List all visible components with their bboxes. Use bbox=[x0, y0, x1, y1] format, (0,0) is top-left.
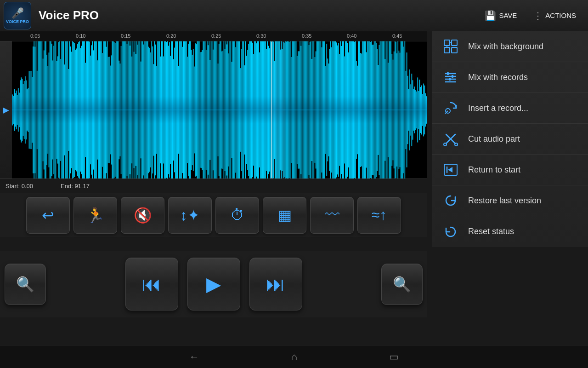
start-value: 0.00 bbox=[22, 183, 33, 190]
pitch-icon: ↕✦ bbox=[180, 207, 200, 224]
prev-icon: ⏮ bbox=[142, 273, 161, 295]
zoom-in-icon: 🔍 bbox=[393, 276, 411, 293]
waveform-container[interactable]: 0:05 0:10 0:15 0:20 0:25 0:30 0:35 0:40 … bbox=[0, 31, 427, 178]
menu-item-mix-records[interactable]: Mix with records bbox=[432, 62, 588, 93]
home-button[interactable]: ⌂ bbox=[291, 351, 297, 363]
start-status: Start: 0.00 bbox=[6, 183, 33, 190]
menu-item-return-start[interactable]: Return to start bbox=[432, 155, 588, 185]
waveform-icon: 〰 bbox=[325, 207, 339, 224]
time-marker-4: 0:20 bbox=[166, 33, 176, 39]
undo-button[interactable]: ↩ bbox=[26, 197, 70, 234]
time-marker-1: 0:05 bbox=[30, 33, 40, 39]
nav-bar: ← ⌂ ▭ bbox=[0, 345, 588, 368]
restore-label: Restore last version bbox=[468, 196, 541, 206]
actions-button[interactable]: ⋮ ACTIONS bbox=[529, 7, 581, 24]
svg-rect-2 bbox=[444, 47, 450, 53]
svg-rect-11 bbox=[452, 75, 453, 78]
save-icon: 💾 bbox=[485, 10, 496, 21]
cut-audio-label: Cut audio part bbox=[468, 134, 520, 144]
prev-button[interactable]: ⏮ bbox=[125, 258, 178, 310]
return-start-label: Return to start bbox=[468, 165, 520, 175]
mix-background-label: Mix with background bbox=[468, 42, 543, 52]
save-button[interactable]: 💾 SAVE bbox=[480, 7, 521, 24]
status-bar: Start: 0.00 End: 91.17 bbox=[0, 178, 427, 193]
end-status: End: 91.17 bbox=[61, 183, 90, 190]
effects-icon: ≈↑ bbox=[372, 207, 387, 224]
menu-item-reset-status[interactable]: Reset status bbox=[432, 216, 588, 247]
reset-status-icon bbox=[441, 223, 460, 241]
next-button[interactable]: ⏭ bbox=[249, 258, 302, 310]
zoom-out-button[interactable]: 🔍 bbox=[5, 264, 46, 305]
recents-button[interactable]: ▭ bbox=[389, 351, 399, 363]
zoom-out-icon: 🔍 bbox=[16, 276, 34, 293]
noise-reduce-button[interactable]: 🏃 bbox=[74, 197, 117, 234]
svg-rect-12 bbox=[449, 78, 451, 80]
logo-text: VOICE PRO bbox=[6, 19, 29, 24]
play-icon: ▶ bbox=[206, 273, 221, 295]
insert-record-icon bbox=[441, 99, 460, 117]
restore-icon bbox=[441, 191, 460, 210]
play-button[interactable]: ▶ bbox=[187, 258, 240, 310]
time-marker-5: 0:25 bbox=[211, 33, 221, 39]
mute-icon: 🔇 bbox=[134, 207, 152, 224]
time-button[interactable]: ⏱ bbox=[215, 197, 259, 234]
play-arrow-icon: ▶ bbox=[3, 105, 9, 115]
header: 🎤 VOICE PRO Voice PRO 💾 SAVE ⋮ ACTIONS bbox=[0, 0, 588, 31]
spacer-row bbox=[0, 237, 427, 251]
zoom-in-button[interactable]: 🔍 bbox=[381, 264, 423, 305]
dots-icon: ⋮ bbox=[533, 10, 543, 21]
return-start-icon bbox=[441, 161, 460, 179]
transport-row: 🔍 ⏮ ▶ ⏭ 🔍 bbox=[0, 251, 427, 317]
waveform-button[interactable]: 〰 bbox=[310, 197, 354, 234]
back-button[interactable]: ← bbox=[189, 351, 199, 363]
menu-item-restore[interactable]: Restore last version bbox=[432, 185, 588, 216]
noise-reduce-icon: 🏃 bbox=[86, 207, 105, 224]
save-label: SAVE bbox=[499, 12, 517, 19]
svg-rect-10 bbox=[447, 72, 449, 75]
svg-rect-0 bbox=[444, 40, 450, 46]
time-marker-6: 0:30 bbox=[256, 33, 266, 39]
cut-audio-icon bbox=[441, 130, 460, 148]
mix-records-label: Mix with records bbox=[468, 73, 528, 82]
svg-point-18 bbox=[455, 143, 458, 146]
selection-line bbox=[271, 41, 272, 178]
pitch-button[interactable]: ↕✦ bbox=[168, 197, 212, 234]
left-panel: 0:05 0:10 0:15 0:20 0:25 0:30 0:35 0:40 … bbox=[0, 31, 427, 317]
time-icon: ⏱ bbox=[230, 207, 245, 224]
reset-status-label: Reset status bbox=[468, 227, 514, 236]
app-title: Voice PRO bbox=[39, 8, 480, 23]
time-marker-8: 0:40 bbox=[347, 33, 356, 39]
svg-rect-1 bbox=[452, 40, 457, 46]
mix-records-icon bbox=[441, 68, 460, 86]
svg-point-17 bbox=[444, 143, 447, 146]
menu-item-mix-background[interactable]: Mix with background bbox=[432, 31, 588, 62]
waveform-display[interactable] bbox=[12, 41, 427, 178]
actions-label: ACTIONS bbox=[545, 12, 576, 19]
end-label: End: bbox=[61, 183, 73, 190]
time-marker-2: 0:10 bbox=[76, 33, 85, 39]
next-icon: ⏭ bbox=[266, 273, 285, 295]
mute-button[interactable]: 🔇 bbox=[121, 197, 164, 234]
menu-item-insert-record[interactable]: Insert a record... bbox=[432, 93, 588, 124]
start-label: Start: bbox=[6, 183, 20, 190]
effects-row: ↩ 🏃 🔇 ↕✦ ⏱ ▦ 〰 ≈↑ bbox=[0, 193, 427, 237]
svg-marker-20 bbox=[448, 167, 452, 172]
menu-item-cut-audio[interactable]: Cut audio part bbox=[432, 124, 588, 155]
time-marker-9: 0:45 bbox=[392, 33, 402, 39]
mix-background-icon bbox=[441, 37, 460, 56]
timeline: 0:05 0:10 0:15 0:20 0:25 0:30 0:35 0:40 … bbox=[0, 31, 427, 41]
header-actions: 💾 SAVE ⋮ ACTIONS bbox=[480, 7, 581, 24]
dropdown-menu: Mix with background Mix with records bbox=[432, 31, 588, 247]
undo-icon: ↩ bbox=[42, 207, 54, 224]
svg-rect-3 bbox=[452, 47, 457, 53]
equalizer-button[interactable]: ▦ bbox=[263, 197, 306, 234]
time-marker-3: 0:15 bbox=[121, 33, 130, 39]
play-indicator: ▶ bbox=[0, 41, 12, 178]
app-logo: 🎤 VOICE PRO bbox=[4, 2, 31, 29]
time-marker-7: 0:35 bbox=[302, 33, 311, 39]
effects-button[interactable]: ≈↑ bbox=[357, 197, 401, 234]
end-value: 91.17 bbox=[74, 183, 90, 190]
equalizer-icon: ▦ bbox=[278, 207, 292, 224]
microphone-icon: 🎤 bbox=[11, 7, 24, 19]
insert-record-label: Insert a record... bbox=[468, 104, 528, 113]
